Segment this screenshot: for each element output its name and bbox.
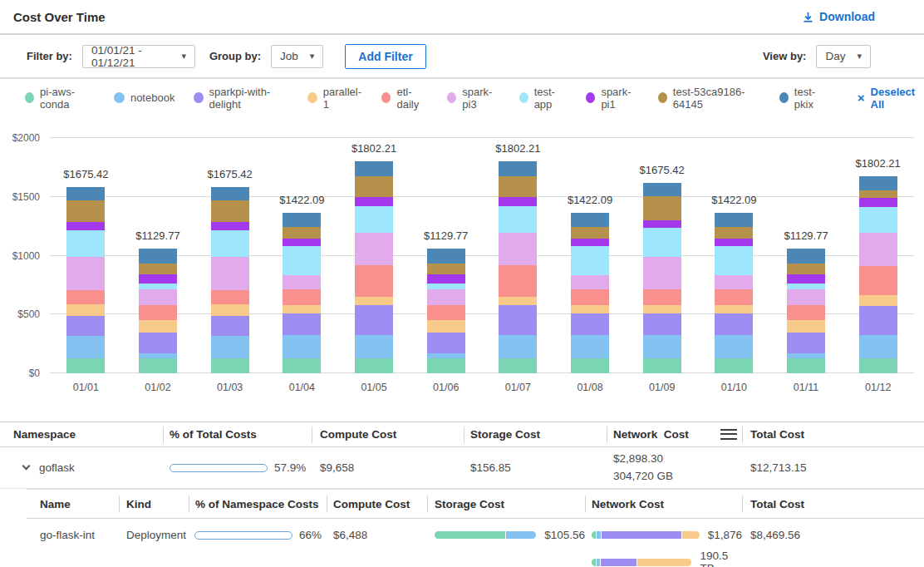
bar-segment-parallel-1[interactable]: [571, 305, 609, 313]
bar-segment-spark-pi1[interactable]: [139, 274, 177, 284]
bar-segment-notebook[interactable]: [66, 336, 105, 358]
bar-segment-spark-pi3[interactable]: [715, 275, 753, 290]
bar-segment-spark-pi3[interactable]: [139, 289, 177, 304]
bar-segment-test-pkix[interactable]: [427, 249, 465, 264]
bar-segment-spark-pi1[interactable]: [571, 239, 609, 246]
bar-segment-spark-pi1[interactable]: [66, 222, 105, 230]
column-settings-icon[interactable]: [720, 429, 737, 440]
bar-segment-etl-daily[interactable]: [283, 289, 321, 304]
bar-segment-spark-pi1[interactable]: [499, 197, 537, 206]
bar-segment-sparkpi-with-delight[interactable]: [211, 316, 249, 336]
add-filter-button[interactable]: Add Filter: [345, 44, 425, 69]
bar-segment-pi-aws-conda[interactable]: [211, 358, 249, 373]
bar-segment-sparkpi-with-delight[interactable]: [859, 306, 897, 335]
bar-segment-test-53ca9186-64145[interactable]: [66, 200, 105, 222]
bar-segment-etl-daily[interactable]: [787, 305, 825, 320]
bar-segment-pi-aws-conda[interactable]: [715, 358, 753, 373]
bar-segment-spark-pi3[interactable]: [211, 257, 249, 290]
bar-segment-test-53ca9186-64145[interactable]: [499, 176, 537, 198]
namespace-expand-toggle[interactable]: goflask: [0, 461, 163, 474]
bar-segment-sparkpi-with-delight[interactable]: [787, 333, 825, 353]
legend-item-test-53ca9186-64145[interactable]: test-53ca9186-64145: [658, 86, 760, 111]
bar-segment-test-53ca9186-64145[interactable]: [211, 200, 249, 222]
bar-segment-sparkpi-with-delight[interactable]: [643, 313, 681, 336]
bar-segment-test-app[interactable]: [499, 206, 537, 233]
bar-segment-notebook[interactable]: [571, 335, 609, 358]
bar-segment-parallel-1[interactable]: [715, 305, 753, 313]
stacked-bar-01/12[interactable]: [859, 176, 897, 373]
bar-segment-pi-aws-conda[interactable]: [139, 358, 177, 373]
bar-segment-sparkpi-with-delight[interactable]: [427, 333, 465, 353]
legend-item-etl-daily[interactable]: etl-daily: [381, 86, 428, 111]
bar-segment-test-53ca9186-64145[interactable]: [283, 227, 321, 238]
bar-segment-parallel-1[interactable]: [859, 295, 897, 306]
table-row-goflask[interactable]: goflask 57.9% $9,658 $156.85 $2,898.30 3…: [0, 447, 924, 489]
table-row-go-flask-int[interactable]: go-flask-int Deployment 66% $6,488 $105.…: [27, 519, 924, 567]
bar-segment-test-app[interactable]: [283, 246, 321, 275]
bar-segment-test-pkix[interactable]: [499, 161, 537, 176]
legend-item-spark-pi3[interactable]: spark-pi3: [447, 86, 499, 111]
bar-segment-notebook[interactable]: [211, 336, 249, 358]
bar-segment-test-app[interactable]: [355, 206, 393, 233]
legend-item-test-app[interactable]: test-app: [519, 86, 568, 111]
bar-segment-test-app[interactable]: [787, 284, 825, 289]
bar-segment-notebook[interactable]: [283, 335, 321, 358]
stacked-bar-01/03[interactable]: [211, 187, 249, 373]
bar-segment-test-app[interactable]: [715, 246, 753, 275]
bar-segment-spark-pi3[interactable]: [355, 233, 393, 265]
bar-segment-spark-pi3[interactable]: [66, 257, 105, 290]
bar-segment-test-pkix[interactable]: [787, 249, 825, 264]
bar-segment-test-pkix[interactable]: [643, 183, 681, 196]
bar-segment-test-app[interactable]: [571, 246, 609, 275]
bar-segment-test-53ca9186-64145[interactable]: [643, 196, 681, 221]
stacked-bar-01/06[interactable]: [427, 249, 465, 373]
stacked-bar-01/01[interactable]: [66, 187, 105, 373]
bar-segment-test-pkix[interactable]: [66, 187, 105, 200]
group-by-dropdown[interactable]: Job ▾: [271, 45, 323, 68]
bar-segment-test-pkix[interactable]: [283, 213, 321, 227]
bar-segment-parallel-1[interactable]: [139, 320, 177, 333]
bar-segment-test-pkix[interactable]: [715, 213, 753, 227]
bar-segment-sparkpi-with-delight[interactable]: [66, 316, 105, 336]
bar-segment-test-pkix[interactable]: [355, 161, 393, 176]
bar-segment-sparkpi-with-delight[interactable]: [499, 305, 537, 336]
bar-segment-test-pkix[interactable]: [859, 176, 897, 190]
bar-segment-test-53ca9186-64145[interactable]: [427, 264, 465, 274]
legend-item-pi-aws-conda[interactable]: pi-aws-conda: [25, 86, 95, 111]
bar-segment-pi-aws-conda[interactable]: [427, 358, 465, 373]
legend-item-sparkpi-with-delight[interactable]: sparkpi-with-delight: [194, 86, 288, 111]
bar-segment-etl-daily[interactable]: [139, 305, 177, 320]
bar-segment-spark-pi3[interactable]: [499, 233, 537, 265]
stacked-bar-01/02[interactable]: [139, 249, 177, 373]
bar-segment-test-53ca9186-64145[interactable]: [859, 190, 897, 198]
bar-segment-parallel-1[interactable]: [283, 305, 321, 313]
bar-segment-test-app[interactable]: [211, 230, 249, 257]
bar-segment-sparkpi-with-delight[interactable]: [355, 305, 393, 336]
bar-segment-etl-daily[interactable]: [66, 290, 105, 303]
bar-segment-notebook[interactable]: [499, 335, 537, 358]
date-range-dropdown[interactable]: 01/01/21 - 01/12/21 ▾: [82, 45, 195, 68]
bar-segment-parallel-1[interactable]: [355, 297, 393, 305]
bar-segment-etl-daily[interactable]: [715, 289, 753, 304]
bar-segment-parallel-1[interactable]: [499, 297, 537, 305]
bar-segment-test-53ca9186-64145[interactable]: [571, 227, 609, 238]
legend-item-notebook[interactable]: notebook: [114, 91, 175, 104]
deselect-all-button[interactable]: × Deselect All: [858, 86, 924, 111]
bar-segment-pi-aws-conda[interactable]: [499, 358, 537, 373]
bar-segment-spark-pi3[interactable]: [859, 233, 897, 266]
bar-segment-etl-daily[interactable]: [355, 265, 393, 297]
bar-segment-test-app[interactable]: [859, 207, 897, 234]
legend-item-test-pkix[interactable]: test-pkix: [779, 86, 828, 111]
bar-segment-test-pkix[interactable]: [571, 213, 609, 227]
stacked-bar-01/08[interactable]: [571, 213, 609, 373]
bar-segment-etl-daily[interactable]: [499, 265, 537, 297]
bar-segment-etl-daily[interactable]: [643, 289, 681, 304]
bar-segment-pi-aws-conda[interactable]: [283, 358, 321, 373]
bar-segment-pi-aws-conda[interactable]: [66, 358, 105, 373]
bar-segment-pi-aws-conda[interactable]: [355, 358, 393, 373]
bar-segment-spark-pi1[interactable]: [859, 198, 897, 207]
bar-segment-test-53ca9186-64145[interactable]: [787, 264, 825, 274]
bar-segment-spark-pi1[interactable]: [643, 220, 681, 227]
bar-segment-spark-pi1[interactable]: [715, 239, 753, 246]
bar-segment-sparkpi-with-delight[interactable]: [283, 313, 321, 336]
